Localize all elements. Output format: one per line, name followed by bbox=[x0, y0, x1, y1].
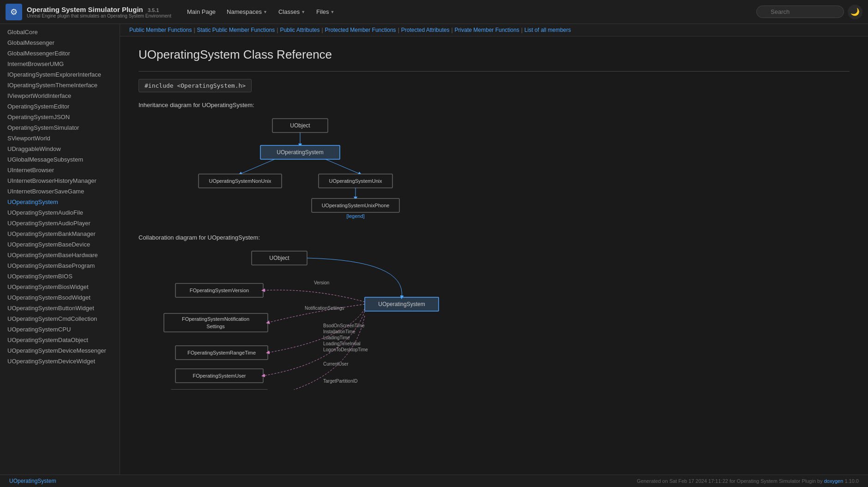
breadcrumb-protected-attributes[interactable]: Protected Attributes bbox=[401, 27, 450, 33]
breadcrumb-protected-member-functions[interactable]: Protected Member Functions bbox=[325, 27, 396, 33]
breadcrumb-sep-4: | bbox=[451, 27, 452, 33]
sidebar: GlobalCore GlobalMessenger GlobalMesseng… bbox=[0, 24, 120, 475]
sidebar-item-oseditor[interactable]: OperatingSystemEditor bbox=[0, 101, 120, 112]
breadcrumb-sep-1: | bbox=[277, 27, 278, 33]
svg-text:InstallationTime: InstallationTime bbox=[323, 329, 356, 334]
sidebar-item-globalmessengereditor[interactable]: GlobalMessengerEditor bbox=[0, 48, 120, 59]
sidebar-item-udraggablewindow[interactable]: UDraggableWindow bbox=[0, 144, 120, 154]
app-version: 3.5.1 bbox=[148, 7, 159, 13]
nav-links: Main Page Namespaces ▼ Classes ▼ Files ▼ bbox=[182, 6, 756, 18]
nav-classes[interactable]: Classes ▼ bbox=[274, 6, 310, 18]
inheritance-diagram: UObject UOperatingSystem UOperatingSyste… bbox=[139, 114, 462, 220]
sidebar-item-internetbrowserumg[interactable]: InternetBrowserUMG bbox=[0, 59, 120, 69]
sidebar-item-uinternetbrowserhistory[interactable]: UInternetBrowserHistoryManager bbox=[0, 175, 120, 186]
namespaces-arrow-icon: ▼ bbox=[263, 10, 267, 14]
sidebar-item-ioperatingsystemtheme[interactable]: IOperatingSystemThemeInterface bbox=[0, 80, 120, 90]
search-wrapper: 🔍 bbox=[756, 6, 844, 18]
sidebar-item-uinternetbrowser[interactable]: UInternetBrowser bbox=[0, 165, 120, 175]
sidebar-item-iviewportworld[interactable]: IViewportWorldInterface bbox=[0, 90, 120, 101]
sidebar-item-ioperatingsystemexplorer[interactable]: IOperatingSystemExplorerInterface bbox=[0, 69, 120, 80]
svg-text:UOperatingSystem: UOperatingSystem bbox=[277, 149, 323, 156]
svg-text:[legend]: [legend] bbox=[346, 213, 364, 219]
svg-text:Version: Version bbox=[314, 280, 329, 285]
breadcrumb-public-attributes[interactable]: Public Attributes bbox=[280, 27, 319, 33]
include-directive: #include <OperatingSystem.h> bbox=[139, 79, 252, 92]
collaboration-diagram: UObject UOperatingSystem FOperatingSyste… bbox=[139, 247, 462, 390]
svg-line-6 bbox=[326, 159, 360, 174]
sidebar-item-uosdevicewidget[interactable]: UOperatingSystemDeviceWidget bbox=[0, 356, 120, 367]
sidebar-item-globalcore[interactable]: GlobalCore bbox=[0, 27, 120, 37]
nav-main-page[interactable]: Main Page bbox=[182, 6, 220, 18]
svg-text:UOperatingSystemUnixPhone: UOperatingSystemUnixPhone bbox=[322, 203, 390, 208]
sidebar-item-globalmessenger[interactable]: GlobalMessenger bbox=[0, 37, 120, 48]
sidebar-item-uosbios[interactable]: UOperatingSystemBIOS bbox=[0, 271, 120, 282]
svg-text:FOperatingSystemVersion: FOperatingSystemVersion bbox=[190, 288, 249, 293]
breadcrumb-list-all-members[interactable]: List of all members bbox=[524, 27, 571, 33]
svg-text:LoadingTime: LoadingTime bbox=[323, 335, 350, 340]
page-body: UOperatingSystem Class Reference #includ… bbox=[120, 36, 868, 475]
breadcrumb-static-public[interactable]: Static Public Member Functions bbox=[197, 27, 275, 33]
svg-text:UOperatingSystem: UOperatingSystem bbox=[378, 301, 425, 307]
breadcrumb-private-member-functions[interactable]: Private Member Functions bbox=[455, 27, 519, 33]
sidebar-item-ossimulator[interactable]: OperatingSystemSimulator bbox=[0, 122, 120, 133]
page-title: UOperatingSystem Class Reference bbox=[139, 48, 850, 62]
svg-text:CurrentUser: CurrentUser bbox=[323, 361, 349, 367]
app-subtitle: Unreal Engine plugin that simulates an O… bbox=[27, 13, 171, 18]
content-area: Public Member Functions | Static Public … bbox=[120, 24, 868, 475]
breadcrumb-sep-3: | bbox=[398, 27, 399, 33]
logo-text: Operating System Simulator Plugin 3.5.1 … bbox=[27, 6, 171, 18]
breadcrumb-sep-2: | bbox=[321, 27, 323, 33]
sidebar-item-sviewportworld[interactable]: SViewportWorld bbox=[0, 133, 120, 144]
sidebar-item-uglobalmessagesubsystem[interactable]: UGlobalMessageSubsystem bbox=[0, 154, 120, 165]
sidebar-item-uoscpu[interactable]: UOperatingSystemCPU bbox=[0, 324, 120, 335]
inheritance-diagram-label: Inheritance diagram for UOperatingSystem… bbox=[139, 102, 850, 108]
sidebar-item-uosbioswidget[interactable]: UOperatingSystemBiosWidget bbox=[0, 282, 120, 292]
title-divider bbox=[139, 71, 850, 72]
svg-text:FOperatingSystemRangeTime: FOperatingSystemRangeTime bbox=[187, 350, 256, 355]
sidebar-item-osjson[interactable]: OperatingSystemJSON bbox=[0, 112, 120, 122]
app-logo-icon: ⚙ bbox=[6, 4, 22, 20]
top-nav: ⚙ Operating System Simulator Plugin 3.5.… bbox=[0, 0, 868, 24]
sidebar-item-uosdevicemessenger[interactable]: UOperatingSystemDeviceMessenger bbox=[0, 345, 120, 356]
svg-text:UObject: UObject bbox=[290, 122, 310, 129]
sidebar-item-uosbasehardware[interactable]: UOperatingSystemBaseHardware bbox=[0, 250, 120, 260]
svg-line-5 bbox=[240, 159, 275, 174]
footer-class-name: UOperatingSystem bbox=[9, 478, 56, 484]
svg-text:NotificationSettings: NotificationSettings bbox=[305, 306, 344, 311]
svg-text:LoadingTimeInitial: LoadingTimeInitial bbox=[323, 341, 361, 346]
svg-text:Settings: Settings bbox=[206, 324, 225, 329]
sidebar-item-uosaudioplayer[interactable]: UOperatingSystemAudioPlayer bbox=[0, 218, 120, 228]
classes-arrow-icon: ▼ bbox=[301, 10, 305, 14]
theme-toggle-button[interactable]: 🌙 bbox=[848, 5, 862, 19]
svg-text:UOperatingSystemNonUnix: UOperatingSystemNonUnix bbox=[209, 178, 271, 184]
svg-text:UOperatingSystemUnix: UOperatingSystemUnix bbox=[329, 178, 382, 184]
sidebar-item-uosdataobject[interactable]: UOperatingSystemDataObject bbox=[0, 335, 120, 345]
breadcrumb-bar: Public Member Functions | Static Public … bbox=[120, 24, 868, 36]
svg-text:FOperatingSystemUser: FOperatingSystemUser bbox=[193, 373, 246, 379]
sidebar-item-uosbaseprogram[interactable]: UOperatingSystemBaseProgram bbox=[0, 260, 120, 271]
svg-text:UObject: UObject bbox=[269, 255, 289, 261]
search-input[interactable] bbox=[756, 6, 844, 18]
app-title: Operating System Simulator Plugin bbox=[27, 6, 143, 13]
breadcrumb-sep-5: | bbox=[521, 27, 523, 33]
search-area: 🔍 🌙 bbox=[756, 5, 862, 19]
sidebar-item-uosbankmanager[interactable]: UOperatingSystemBankManager bbox=[0, 228, 120, 239]
breadcrumb-public-member-functions[interactable]: Public Member Functions bbox=[129, 27, 192, 33]
footer: UOperatingSystem Generated on Sat Feb 17… bbox=[0, 475, 868, 487]
nav-namespaces[interactable]: Namespaces ▼ bbox=[222, 6, 272, 18]
sidebar-item-uoperatingsystem[interactable]: UOperatingSystem bbox=[0, 197, 120, 207]
sidebar-item-uinternetbrowsersave[interactable]: UInternetBrowserSaveGame bbox=[0, 186, 120, 197]
sidebar-item-uosbsodwidget[interactable]: UOperatingSystemBsodWidget bbox=[0, 292, 120, 303]
sidebar-item-uosbasedevice[interactable]: UOperatingSystemBaseDevice bbox=[0, 239, 120, 250]
sidebar-item-uosaudiofile[interactable]: UOperatingSystemAudioFile bbox=[0, 207, 120, 218]
nav-files[interactable]: Files ▼ bbox=[312, 6, 339, 18]
svg-text:LogonToDesktopTime: LogonToDesktopTime bbox=[323, 347, 368, 352]
doxygen-link[interactable]: doxygen bbox=[824, 478, 844, 484]
svg-text:TargetPartitionID: TargetPartitionID bbox=[323, 379, 357, 384]
sidebar-item-uoscmdcollection[interactable]: UOperatingSystemCmdCollection bbox=[0, 313, 120, 324]
sidebar-item-uosbuttonwidget[interactable]: UOperatingSystemButtonWidget bbox=[0, 303, 120, 313]
logo-area: ⚙ Operating System Simulator Plugin 3.5.… bbox=[6, 4, 171, 20]
breadcrumb-sep-0: | bbox=[193, 27, 195, 33]
footer-generated-text: Generated on Sat Feb 17 2024 17:11:22 fo… bbox=[637, 478, 859, 484]
files-arrow-icon: ▼ bbox=[331, 10, 335, 14]
